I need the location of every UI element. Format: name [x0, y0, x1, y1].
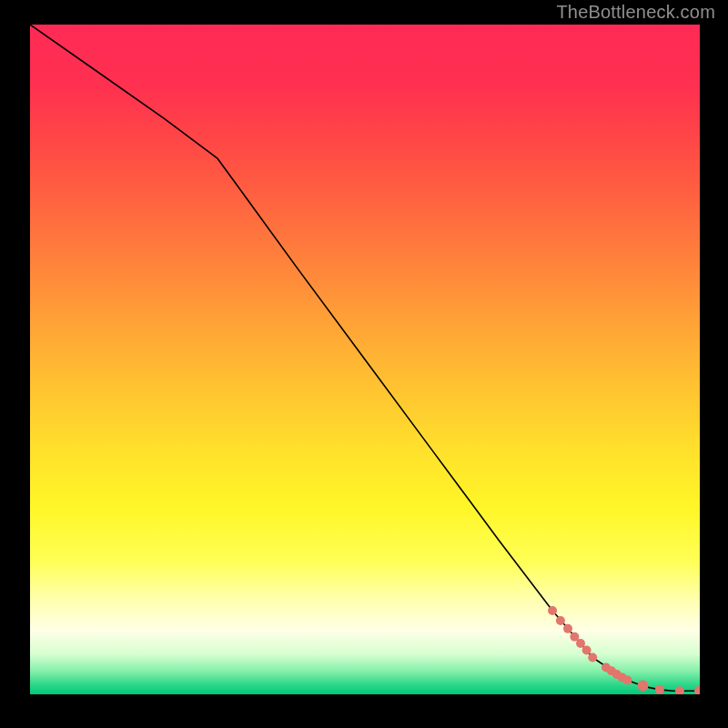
data-marker: [582, 645, 592, 654]
data-marker: [548, 606, 557, 615]
data-marker: [588, 653, 597, 662]
data-marker: [655, 685, 664, 694]
chart-container: TheBottleneck.com: [0, 0, 728, 728]
data-marker: [563, 624, 572, 633]
chart-svg: [30, 25, 700, 694]
data-marker: [556, 616, 565, 625]
attribution-text: TheBottleneck.com: [556, 2, 715, 23]
data-marker: [623, 676, 632, 685]
plot-area: [30, 25, 700, 694]
data-marker: [637, 680, 648, 691]
